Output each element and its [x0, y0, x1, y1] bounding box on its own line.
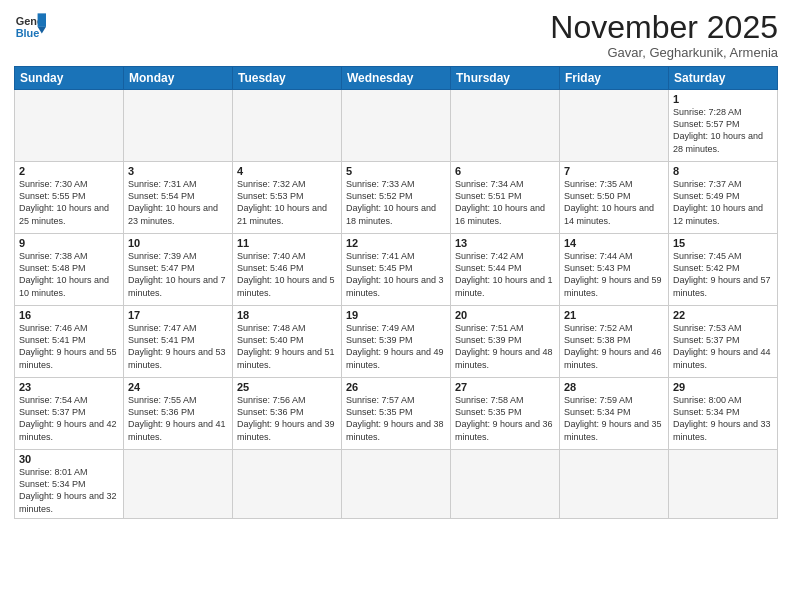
weekday-header-sunday: Sunday	[15, 67, 124, 90]
calendar-cell: 28Sunrise: 7:59 AM Sunset: 5:34 PM Dayli…	[560, 378, 669, 450]
day-info: Sunrise: 7:31 AM Sunset: 5:54 PM Dayligh…	[128, 178, 228, 227]
calendar-cell: 11Sunrise: 7:40 AM Sunset: 5:46 PM Dayli…	[233, 234, 342, 306]
svg-text:Blue: Blue	[16, 27, 40, 39]
day-info: Sunrise: 7:34 AM Sunset: 5:51 PM Dayligh…	[455, 178, 555, 227]
day-info: Sunrise: 7:38 AM Sunset: 5:48 PM Dayligh…	[19, 250, 119, 299]
day-number: 28	[564, 381, 664, 393]
calendar-row-0: 1Sunrise: 7:28 AM Sunset: 5:57 PM Daylig…	[15, 90, 778, 162]
calendar-cell	[233, 90, 342, 162]
header: General Blue November 2025 Gavar, Geghar…	[14, 10, 778, 60]
day-info: Sunrise: 7:58 AM Sunset: 5:35 PM Dayligh…	[455, 394, 555, 443]
calendar-cell: 23Sunrise: 7:54 AM Sunset: 5:37 PM Dayli…	[15, 378, 124, 450]
calendar-cell: 9Sunrise: 7:38 AM Sunset: 5:48 PM Daylig…	[15, 234, 124, 306]
calendar-cell: 4Sunrise: 7:32 AM Sunset: 5:53 PM Daylig…	[233, 162, 342, 234]
weekday-header-monday: Monday	[124, 67, 233, 90]
calendar-cell: 14Sunrise: 7:44 AM Sunset: 5:43 PM Dayli…	[560, 234, 669, 306]
day-info: Sunrise: 7:41 AM Sunset: 5:45 PM Dayligh…	[346, 250, 446, 299]
day-number: 25	[237, 381, 337, 393]
calendar-cell: 29Sunrise: 8:00 AM Sunset: 5:34 PM Dayli…	[669, 378, 778, 450]
day-info: Sunrise: 7:53 AM Sunset: 5:37 PM Dayligh…	[673, 322, 773, 371]
day-info: Sunrise: 7:39 AM Sunset: 5:47 PM Dayligh…	[128, 250, 228, 299]
calendar-row-5: 30Sunrise: 8:01 AM Sunset: 5:34 PM Dayli…	[15, 450, 778, 519]
day-number: 26	[346, 381, 446, 393]
calendar-cell: 20Sunrise: 7:51 AM Sunset: 5:39 PM Dayli…	[451, 306, 560, 378]
day-info: Sunrise: 7:56 AM Sunset: 5:36 PM Dayligh…	[237, 394, 337, 443]
day-number: 1	[673, 93, 773, 105]
day-number: 10	[128, 237, 228, 249]
calendar-cell: 8Sunrise: 7:37 AM Sunset: 5:49 PM Daylig…	[669, 162, 778, 234]
day-info: Sunrise: 7:52 AM Sunset: 5:38 PM Dayligh…	[564, 322, 664, 371]
day-info: Sunrise: 7:46 AM Sunset: 5:41 PM Dayligh…	[19, 322, 119, 371]
day-info: Sunrise: 8:00 AM Sunset: 5:34 PM Dayligh…	[673, 394, 773, 443]
day-info: Sunrise: 7:59 AM Sunset: 5:34 PM Dayligh…	[564, 394, 664, 443]
logo: General Blue	[14, 10, 46, 42]
calendar-row-3: 16Sunrise: 7:46 AM Sunset: 5:41 PM Dayli…	[15, 306, 778, 378]
day-number: 4	[237, 165, 337, 177]
calendar-cell	[342, 450, 451, 519]
page: General Blue November 2025 Gavar, Geghar…	[0, 0, 792, 612]
day-number: 21	[564, 309, 664, 321]
calendar-cell	[451, 90, 560, 162]
calendar-cell: 30Sunrise: 8:01 AM Sunset: 5:34 PM Dayli…	[15, 450, 124, 519]
calendar-cell: 1Sunrise: 7:28 AM Sunset: 5:57 PM Daylig…	[669, 90, 778, 162]
weekday-header-saturday: Saturday	[669, 67, 778, 90]
calendar-cell: 26Sunrise: 7:57 AM Sunset: 5:35 PM Dayli…	[342, 378, 451, 450]
generalblue-logo-icon: General Blue	[14, 10, 46, 42]
day-number: 12	[346, 237, 446, 249]
day-number: 5	[346, 165, 446, 177]
calendar-cell: 7Sunrise: 7:35 AM Sunset: 5:50 PM Daylig…	[560, 162, 669, 234]
day-info: Sunrise: 7:42 AM Sunset: 5:44 PM Dayligh…	[455, 250, 555, 299]
weekday-header-friday: Friday	[560, 67, 669, 90]
title-area: November 2025 Gavar, Gegharkunik, Armeni…	[550, 10, 778, 60]
calendar-cell: 2Sunrise: 7:30 AM Sunset: 5:55 PM Daylig…	[15, 162, 124, 234]
location-subtitle: Gavar, Gegharkunik, Armenia	[550, 45, 778, 60]
day-number: 7	[564, 165, 664, 177]
calendar-row-4: 23Sunrise: 7:54 AM Sunset: 5:37 PM Dayli…	[15, 378, 778, 450]
day-number: 11	[237, 237, 337, 249]
day-number: 14	[564, 237, 664, 249]
day-info: Sunrise: 7:45 AM Sunset: 5:42 PM Dayligh…	[673, 250, 773, 299]
calendar-row-1: 2Sunrise: 7:30 AM Sunset: 5:55 PM Daylig…	[15, 162, 778, 234]
day-info: Sunrise: 7:33 AM Sunset: 5:52 PM Dayligh…	[346, 178, 446, 227]
day-number: 13	[455, 237, 555, 249]
day-number: 8	[673, 165, 773, 177]
day-info: Sunrise: 7:37 AM Sunset: 5:49 PM Dayligh…	[673, 178, 773, 227]
calendar-table: SundayMondayTuesdayWednesdayThursdayFrid…	[14, 66, 778, 519]
calendar-cell: 27Sunrise: 7:58 AM Sunset: 5:35 PM Dayli…	[451, 378, 560, 450]
calendar-cell	[669, 450, 778, 519]
weekday-header-wednesday: Wednesday	[342, 67, 451, 90]
calendar-cell: 18Sunrise: 7:48 AM Sunset: 5:40 PM Dayli…	[233, 306, 342, 378]
calendar-cell: 15Sunrise: 7:45 AM Sunset: 5:42 PM Dayli…	[669, 234, 778, 306]
day-info: Sunrise: 7:48 AM Sunset: 5:40 PM Dayligh…	[237, 322, 337, 371]
calendar-cell	[15, 90, 124, 162]
calendar-cell	[233, 450, 342, 519]
day-number: 24	[128, 381, 228, 393]
calendar-cell: 21Sunrise: 7:52 AM Sunset: 5:38 PM Dayli…	[560, 306, 669, 378]
calendar-cell	[560, 450, 669, 519]
day-info: Sunrise: 7:35 AM Sunset: 5:50 PM Dayligh…	[564, 178, 664, 227]
day-number: 20	[455, 309, 555, 321]
calendar-cell: 12Sunrise: 7:41 AM Sunset: 5:45 PM Dayli…	[342, 234, 451, 306]
day-number: 18	[237, 309, 337, 321]
calendar-cell: 3Sunrise: 7:31 AM Sunset: 5:54 PM Daylig…	[124, 162, 233, 234]
calendar-cell	[124, 450, 233, 519]
day-number: 27	[455, 381, 555, 393]
calendar-cell: 10Sunrise: 7:39 AM Sunset: 5:47 PM Dayli…	[124, 234, 233, 306]
calendar-cell: 13Sunrise: 7:42 AM Sunset: 5:44 PM Dayli…	[451, 234, 560, 306]
day-number: 22	[673, 309, 773, 321]
svg-marker-2	[38, 13, 46, 26]
day-number: 17	[128, 309, 228, 321]
month-title: November 2025	[550, 10, 778, 45]
calendar-cell: 16Sunrise: 7:46 AM Sunset: 5:41 PM Dayli…	[15, 306, 124, 378]
calendar-cell: 22Sunrise: 7:53 AM Sunset: 5:37 PM Dayli…	[669, 306, 778, 378]
day-number: 19	[346, 309, 446, 321]
weekday-header-row: SundayMondayTuesdayWednesdayThursdayFrid…	[15, 67, 778, 90]
calendar-cell	[451, 450, 560, 519]
calendar-cell: 6Sunrise: 7:34 AM Sunset: 5:51 PM Daylig…	[451, 162, 560, 234]
day-info: Sunrise: 7:49 AM Sunset: 5:39 PM Dayligh…	[346, 322, 446, 371]
day-info: Sunrise: 7:44 AM Sunset: 5:43 PM Dayligh…	[564, 250, 664, 299]
calendar-cell: 17Sunrise: 7:47 AM Sunset: 5:41 PM Dayli…	[124, 306, 233, 378]
day-number: 6	[455, 165, 555, 177]
day-number: 3	[128, 165, 228, 177]
calendar-cell	[342, 90, 451, 162]
